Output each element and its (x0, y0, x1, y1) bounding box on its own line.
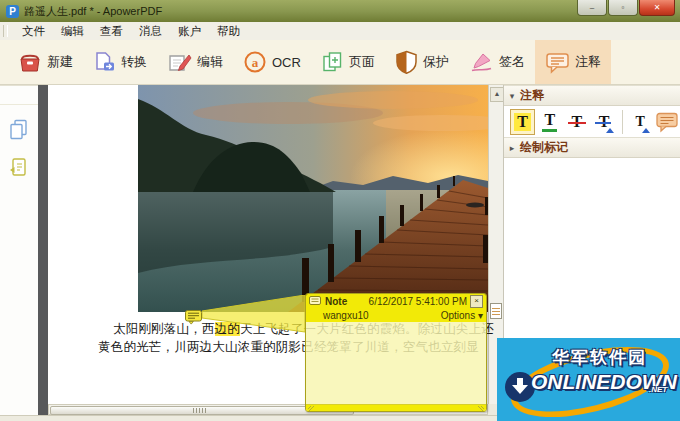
note-title: Note (325, 296, 347, 307)
menu-message[interactable]: 消息 (131, 22, 170, 40)
pages-label: 页面 (349, 53, 375, 71)
pages-button[interactable]: 页面 (311, 40, 385, 84)
sticky-note-tool[interactable] (655, 109, 680, 135)
menu-view[interactable]: 查看 (92, 22, 131, 40)
signature-pen-icon (469, 51, 494, 73)
bookmarks-icon[interactable] (8, 156, 29, 183)
minimize-button[interactable]: – (577, 0, 607, 16)
underline-text-tool[interactable]: T (537, 109, 562, 135)
note-options-button[interactable]: Options ▾ (441, 310, 483, 321)
sidebar-splitter[interactable] (38, 85, 48, 415)
new-label: 新建 (47, 53, 73, 71)
new-document-icon (18, 51, 42, 73)
replace-text-tool[interactable]: T (592, 109, 617, 135)
note-resize-handle-left[interactable] (307, 405, 315, 412)
close-button[interactable]: ✕ (639, 0, 675, 16)
chevron-right-icon: ▸ (504, 143, 520, 153)
protect-button[interactable]: 保护 (385, 40, 459, 84)
main-toolbar: 新建 转换 编辑 a OCR 页面 (0, 40, 680, 85)
menu-grip (3, 25, 8, 37)
note-text-area[interactable] (306, 322, 486, 404)
onlinedown-watermark: 华军软件园 ONLINEDOWN .NET (497, 338, 680, 421)
underline-glyph: T (542, 112, 557, 132)
note-timestamp: 6/12/2017 5:41:00 PM (369, 296, 467, 307)
convert-label: 转换 (121, 53, 147, 71)
annotation-tools-row: T T T T T (504, 106, 680, 137)
convert-icon (93, 51, 116, 73)
edit-label: 编辑 (197, 53, 223, 71)
note-icon (309, 296, 322, 306)
highlight-glyph: T (514, 113, 531, 131)
comment-section-title: 注释 (520, 87, 544, 104)
new-button[interactable]: 新建 (8, 40, 83, 84)
insert-glyph: T (636, 115, 645, 129)
sticky-note-tool-icon (655, 111, 679, 133)
protect-shield-icon (395, 50, 418, 74)
comment-label: 注释 (575, 53, 601, 71)
menu-help[interactable]: 帮助 (209, 22, 248, 40)
menu-account[interactable]: 账户 (170, 22, 209, 40)
edit-icon (167, 51, 192, 73)
protect-label: 保护 (423, 53, 449, 71)
menu-edit[interactable]: 编辑 (53, 22, 92, 40)
note-footer (306, 404, 486, 412)
menu-file[interactable]: 文件 (14, 22, 53, 40)
drawing-markups-title: 绘制标记 (520, 139, 568, 156)
maximize-button[interactable]: ▫ (608, 0, 638, 16)
sign-label: 签名 (499, 53, 525, 71)
comment-section-header[interactable]: ▾ 注释 (504, 85, 680, 106)
note-header-row1: Note 6/12/2017 5:41:00 PM × (306, 294, 486, 308)
watermark-chinese-text: 华军软件园 (552, 346, 647, 369)
comment-indicator-icon[interactable] (490, 303, 502, 319)
insert-text-tool[interactable]: T (628, 109, 653, 135)
menu-bar: 文件 编辑 查看 消息 账户 帮助 (0, 22, 680, 41)
drawing-markups-header[interactable]: ▸ 绘制标记 (504, 137, 680, 158)
ocr-label: OCR (272, 55, 301, 70)
page-thumbnails-icon[interactable] (8, 118, 29, 145)
ocr-icon: a (243, 50, 267, 74)
sign-button[interactable]: 签名 (459, 40, 535, 84)
tools-divider (622, 110, 623, 134)
note-resize-handle-right[interactable] (477, 405, 485, 412)
ocr-button[interactable]: a OCR (233, 40, 311, 84)
sticky-note-popup[interactable]: Note 6/12/2017 5:41:00 PM × wangxu10 Opt… (305, 293, 487, 412)
note-close-icon[interactable]: × (470, 295, 483, 308)
note-author: wangxu10 (323, 310, 369, 321)
highlight-text-tool[interactable]: T (510, 109, 535, 135)
red-strike-line (568, 122, 586, 124)
note-header-row2: wangxu10 Options ▾ (306, 308, 486, 322)
svg-text:a: a (252, 55, 259, 70)
pdf-photo-sunset-pier (138, 85, 488, 312)
insert-caret-icon (606, 128, 614, 133)
title-bar: P 路遥人生.pdf * - ApowerPDF – ▫ ✕ (0, 0, 680, 23)
sidebar-divider (0, 104, 38, 105)
insert-caret-icon (642, 128, 650, 133)
navigation-sidebar (0, 85, 38, 416)
strikethrough-text-tool[interactable]: T (564, 109, 589, 135)
chevron-down-icon: ▾ (504, 91, 520, 101)
note-callout-beam (202, 295, 306, 333)
blue-strike-line (595, 122, 611, 124)
pdf-page: 太阳刚刚落山，西边的天上飞起了一大片红色的霞焰。除过山尖上还 黄色的光芒，川两边… (48, 85, 488, 404)
edit-button[interactable]: 编辑 (157, 40, 233, 84)
pages-icon (321, 51, 344, 73)
scrollbar-grip (193, 408, 207, 413)
comment-bubble-icon (545, 51, 570, 74)
watermark-tld-text: .NET (649, 385, 667, 394)
sticky-note-anchor-icon[interactable] (185, 310, 203, 325)
scroll-up-icon[interactable]: ▲ (490, 87, 504, 102)
window-title: 路遥人生.pdf * - ApowerPDF (24, 4, 162, 19)
app-logo-icon: P (6, 5, 19, 18)
convert-button[interactable]: 转换 (83, 40, 157, 84)
apowerpdf-window: P 路遥人生.pdf * - ApowerPDF – ▫ ✕ 文件 编辑 查看 … (0, 0, 680, 421)
comment-button[interactable]: 注释 (535, 40, 611, 84)
